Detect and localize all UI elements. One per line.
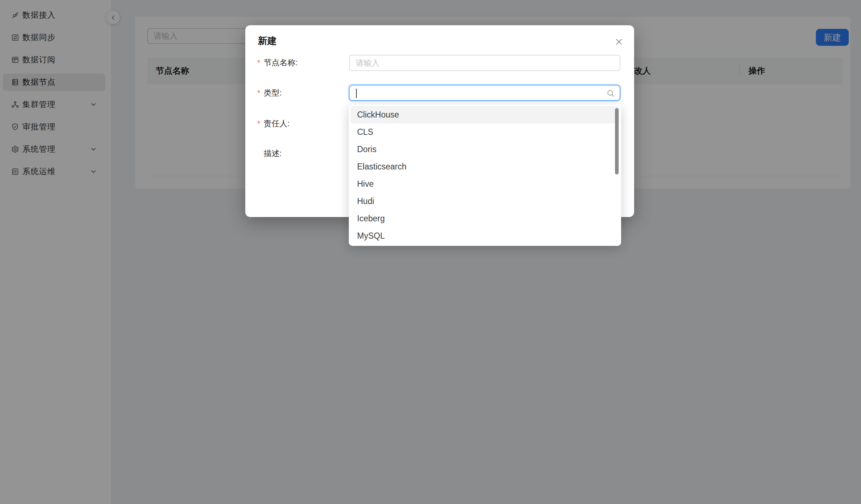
required-asterisk: * [257,57,260,67]
required-asterisk: * [257,118,260,128]
field-label-owner: 责任人: [264,118,290,129]
dropdown-option-hudi[interactable]: Hudi [351,193,619,210]
modal-title: 新建 [258,35,277,47]
field-label-description: 描述: [264,148,282,159]
dropdown-option-hive[interactable]: Hive [351,175,619,193]
dropdown-option-mysql[interactable]: MySQL [351,227,619,244]
node-name-input[interactable] [349,55,620,71]
dropdown-option-iceberg[interactable]: Iceberg [351,210,619,227]
type-dropdown: ClickHouse CLS Doris Elasticsearch Hive … [349,105,621,246]
field-label-node-name: 节点名称: [264,57,298,68]
app-root: 数据接入 数据同步 数据订阅 [0,0,861,504]
dropdown-option-cls[interactable]: CLS [351,123,619,141]
type-select[interactable] [349,85,620,101]
search-icon [606,89,615,98]
dropdown-option-clickhouse[interactable]: ClickHouse [351,106,619,123]
dropdown-scrollbar-thumb[interactable] [615,108,619,174]
dropdown-option-elasticsearch[interactable]: Elasticsearch [351,158,619,175]
required-asterisk: * [257,87,260,98]
field-label-type: 类型: [264,88,282,98]
text-cursor [356,89,357,98]
close-icon[interactable] [613,36,625,48]
dropdown-option-doris[interactable]: Doris [351,141,619,158]
